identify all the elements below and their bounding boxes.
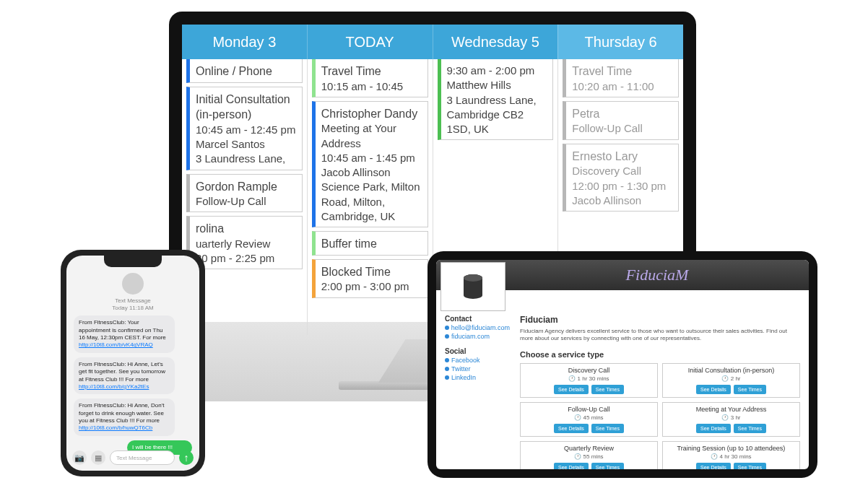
- message-bubble[interactable]: From FitnessClub: Hi Anne, Don't forget …: [74, 398, 175, 436]
- event-person: rolina: [196, 221, 298, 237]
- booking-site: FiduciaM Contact hello@fiduciam.com fidu…: [436, 260, 809, 469]
- see-details-button[interactable]: See Details: [554, 424, 589, 433]
- calendar-event[interactable]: Blocked Time 2:00 pm - 3:00 pm: [312, 259, 428, 298]
- event-person: Jacob Allinson: [321, 165, 423, 180]
- see-details-button[interactable]: See Details: [554, 385, 589, 394]
- see-times-button[interactable]: See Times: [591, 385, 624, 394]
- calendar-event[interactable]: Petra Follow-Up Call: [563, 101, 679, 140]
- day-tab-monday[interactable]: Monday 3: [182, 25, 307, 59]
- site-body: Contact hello@fiduciam.com fiduciam.com …: [436, 290, 809, 469]
- site-title: FiduciaM: [505, 266, 809, 284]
- contact-avatar[interactable]: [122, 273, 144, 295]
- see-details-button[interactable]: See Details: [696, 385, 731, 394]
- calendar-event[interactable]: rolina uarterly Review 30 pm - 2:25 pm: [186, 216, 303, 269]
- main-content: Fiduciam Fiduciam Agency delivers excell…: [520, 315, 800, 463]
- database-icon: [462, 274, 484, 299]
- see-details-button[interactable]: See Details: [554, 463, 589, 469]
- calendar-event[interactable]: 9:30 am - 2:00 pm Matthew Hills 3 Laundr…: [438, 59, 554, 140]
- thread-meta: Text Message Today 11:18 AM: [66, 297, 199, 311]
- message-link[interactable]: http://10t8.com/b/gYKa2tEs: [79, 383, 149, 390]
- company-logo: [440, 262, 505, 311]
- sidebar: Contact hello@fiduciam.com fiduciam.com …: [445, 315, 510, 463]
- calendar-event[interactable]: Christopher Dandy Meeting at Your Addres…: [312, 101, 428, 227]
- company-description: Fiduciam Agency delivers excellent servi…: [520, 328, 800, 343]
- day-tab-thursday[interactable]: Thursday 6: [557, 25, 683, 59]
- service-name: Discovery Call: [524, 367, 654, 374]
- messages-app: Text Message Today 11:18 AM From Fitness…: [66, 256, 199, 471]
- contact-site[interactable]: fiduciam.com: [445, 333, 510, 340]
- facebook-icon: [445, 358, 449, 362]
- linkedin-icon: [445, 375, 449, 380]
- message-link[interactable]: http://10t8.com/b/huwQT6Cb: [79, 424, 152, 431]
- calendar-day-header: Monday 3 TODAY Wednesday 5 Thursday 6: [182, 25, 683, 59]
- see-details-button[interactable]: See Details: [696, 463, 731, 469]
- message-text: From FitnessClub: Hi Anne, Don't forget …: [79, 402, 164, 424]
- calendar-event[interactable]: Gordon Rample Follow-Up Call: [186, 174, 303, 213]
- message-link[interactable]: http://10t8.com/b/vK4qVRAQ: [79, 341, 153, 348]
- see-times-button[interactable]: See Times: [591, 463, 624, 469]
- send-button[interactable]: ↑: [179, 450, 194, 465]
- event-subtitle: Follow-Up Call: [196, 194, 298, 209]
- event-time: 10:15 am - 10:45: [321, 79, 423, 94]
- event-address: Science Park, Milton Road, Milton, Cambr…: [321, 180, 423, 224]
- contact-email[interactable]: hello@fiduciam.com: [445, 324, 510, 331]
- calendar-event[interactable]: Ernesto Lary Discovery Call 12:00 pm - 1…: [563, 144, 679, 212]
- social-link-facebook[interactable]: Facebook: [445, 357, 510, 364]
- event-address: 3 Laundress Lane, Cambridge CB2 1SD, UK: [447, 93, 549, 137]
- calendar-event[interactable]: Travel Time 10:20 am - 11:00: [563, 59, 679, 97]
- event-subtitle: Discovery Call: [572, 164, 674, 178]
- see-details-button[interactable]: See Details: [696, 424, 731, 433]
- see-times-button[interactable]: See Times: [734, 463, 766, 469]
- svg-point-1: [464, 274, 482, 282]
- event-subtitle: uarterly Review: [196, 237, 298, 251]
- event-title: Online / Phone: [196, 64, 298, 79]
- thread-timestamp: Today 11:18 AM: [66, 305, 199, 312]
- calendar-event[interactable]: Online / Phone: [186, 59, 303, 83]
- service-grid: Discovery Call 🕐 1 hr 30 mins See Detail…: [520, 363, 800, 469]
- company-name: Fiduciam: [520, 315, 800, 325]
- message-bubble[interactable]: From FitnessClub: Hi Anne, Let's get fit…: [74, 357, 175, 395]
- apps-icon[interactable]: ▦: [91, 450, 105, 465]
- social-link-linkedin[interactable]: LinkedIn: [445, 374, 510, 381]
- calendar-column: Travel Time 10:15 am - 10:45 Christopher…: [307, 59, 433, 335]
- camera-icon[interactable]: 📷: [72, 450, 87, 465]
- service-card: Initial Consultation (in-person) 🕐 2 hr …: [662, 363, 800, 398]
- message-text: From FitnessClub: Your appointment is co…: [79, 319, 166, 341]
- see-times-button[interactable]: See Times: [734, 385, 766, 394]
- see-times-button[interactable]: See Times: [591, 424, 624, 433]
- mail-icon: [445, 326, 449, 330]
- site-header: FiduciaM: [436, 260, 809, 290]
- twitter-icon: [445, 367, 449, 371]
- calendar-event[interactable]: Initial Consultation (in-person) 10:45 a…: [186, 87, 303, 170]
- message-list: From FitnessClub: Your appointment is co…: [66, 315, 199, 455]
- service-name: Quarterly Review: [524, 445, 654, 452]
- social-heading: Social: [445, 347, 510, 355]
- service-name: Follow-Up Call: [524, 406, 654, 413]
- social-link-twitter[interactable]: Twitter: [445, 365, 510, 372]
- message-input[interactable]: Text Message: [110, 450, 175, 465]
- event-person: Marcel Santos: [196, 137, 298, 152]
- service-duration: 🕐 45 mins: [524, 414, 654, 421]
- service-duration: 🕐 3 hr: [666, 414, 797, 421]
- link-icon: [445, 334, 449, 339]
- calendar-event[interactable]: Travel Time 10:15 am - 10:45: [312, 59, 428, 97]
- service-name: Training Session (up to 10 attendees): [666, 445, 797, 452]
- event-person: Matthew Hills: [447, 78, 549, 92]
- day-tab-today[interactable]: TODAY: [307, 25, 433, 59]
- event-title: Initial Consultation (in-person): [196, 92, 298, 123]
- service-card: Discovery Call 🕐 1 hr 30 mins See Detail…: [520, 363, 658, 398]
- tablet: FiduciaM Contact hello@fiduciam.com fidu…: [428, 251, 817, 478]
- see-times-button[interactable]: See Times: [734, 424, 766, 433]
- event-person: Jacob Allinson: [572, 193, 674, 208]
- calendar-event[interactable]: Buffer time: [312, 231, 428, 256]
- event-time: 12:00 pm - 1:30 pm: [572, 179, 674, 193]
- smartphone: Text Message Today 11:18 AM From Fitness…: [61, 250, 205, 476]
- phone-notch: [104, 256, 162, 267]
- event-title: Buffer time: [321, 236, 423, 252]
- message-bubble[interactable]: From FitnessClub: Your appointment is co…: [74, 315, 175, 353]
- event-person: Christopher Dandy: [321, 106, 423, 122]
- event-time: 10:45 am - 12:45 pm: [196, 123, 298, 137]
- service-card: Quarterly Review 🕐 55 mins See DetailsSe…: [520, 441, 658, 469]
- day-tab-wednesday[interactable]: Wednesday 5: [433, 25, 558, 59]
- event-subtitle: Follow-Up Call: [572, 121, 674, 136]
